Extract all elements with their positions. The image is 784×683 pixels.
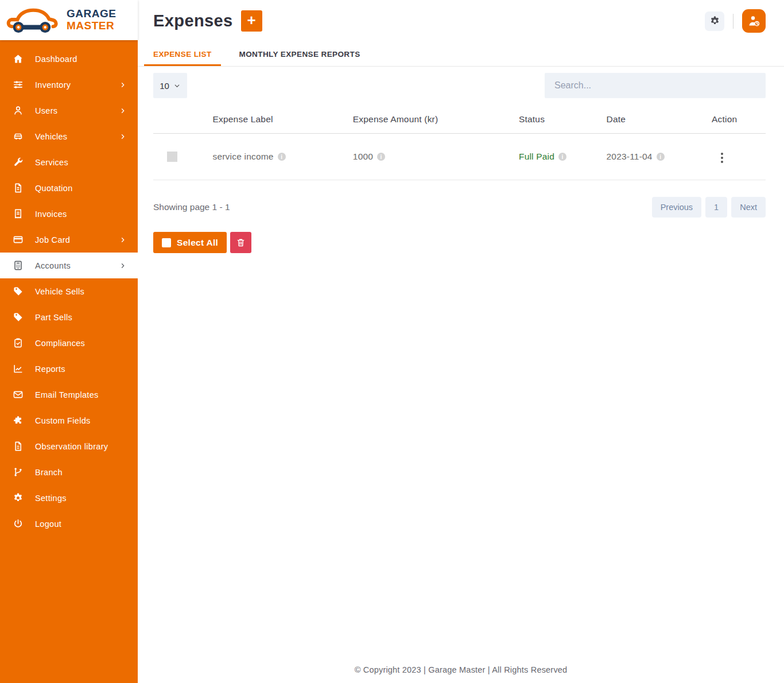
column-header-status: Status — [519, 106, 607, 134]
page-summary: Showing page 1 - 1 — [153, 202, 230, 212]
sidebar-item-label: Services — [35, 158, 68, 167]
sidebar-item-inventory[interactable]: Inventory — [0, 72, 138, 98]
column-header-select — [153, 106, 212, 134]
page-number-button[interactable]: 1 — [705, 197, 727, 218]
table-row: service income 1000 Full Paid 2023-11-04 — [153, 134, 766, 180]
sidebar-item-label: Dashboard — [35, 55, 77, 64]
car-wrench-logo-icon — [5, 4, 62, 36]
tab-expense-list[interactable]: EXPENSE LIST — [144, 50, 221, 66]
column-header-expense-amount: Expense Amount (kr) — [353, 106, 519, 134]
status-badge: Full Paid — [519, 152, 554, 162]
credit-card-icon — [13, 234, 24, 245]
plus-icon: + — [247, 13, 256, 28]
sidebar-item-accounts[interactable]: Accounts — [0, 253, 138, 278]
add-expense-button[interactable]: + — [241, 10, 262, 32]
gear-icon — [709, 15, 720, 26]
per-page-select[interactable]: 10 — [153, 73, 187, 98]
sidebar-item-label: Branch — [35, 468, 63, 477]
table-footer: Showing page 1 - 1 Previous 1 Next — [153, 197, 766, 218]
kebab-icon — [721, 153, 723, 155]
expenses-table: Expense Label Expense Amount (kr) Status… — [153, 106, 766, 180]
expense-label-value: service income — [212, 152, 273, 162]
sidebar-item-part-sells[interactable]: Part Sells — [0, 304, 138, 330]
select-all-button[interactable]: Select All — [153, 232, 227, 253]
sidebar-item-label: Inventory — [35, 80, 71, 90]
tag-icon — [13, 286, 24, 297]
chevron-right-icon — [119, 82, 126, 88]
tag-icon — [13, 312, 24, 323]
sidebar-item-invoices[interactable]: Invoices — [0, 201, 138, 227]
sidebar-item-custom-fields[interactable]: Custom Fields — [0, 408, 138, 433]
sidebar-item-vehicles[interactable]: Vehicles — [0, 123, 138, 149]
info-icon[interactable] — [278, 153, 286, 161]
brand-name: GARAGE MASTER — [67, 8, 116, 32]
row-checkbox[interactable] — [167, 152, 177, 162]
sidebar-item-label: Observation library — [35, 442, 108, 451]
sidebar-item-label: Part Sells — [35, 313, 72, 322]
sidebar-item-label: Quotation — [35, 184, 73, 193]
sidebar-item-job-card[interactable]: Job Card — [0, 227, 138, 253]
sidebar: GARAGE MASTER Dashboard Inventory Users … — [0, 0, 138, 683]
sidebar-nav: Dashboard Inventory Users Vehicles Servi… — [0, 40, 138, 537]
vertical-divider — [733, 14, 733, 29]
home-icon — [13, 53, 24, 64]
sidebar-item-label: Vehicle Sells — [35, 287, 84, 296]
sidebar-item-branch[interactable]: Branch — [0, 459, 138, 485]
sidebar-item-logout[interactable]: Logout — [0, 511, 138, 537]
bulk-actions: Select All — [153, 232, 766, 253]
app-logo[interactable]: GARAGE MASTER — [0, 0, 138, 40]
sliders-icon — [13, 79, 24, 90]
row-actions-menu-button[interactable] — [716, 149, 728, 166]
brand-garage: GARAGE — [67, 8, 116, 20]
info-icon[interactable] — [377, 153, 385, 161]
sidebar-item-label: Reports — [35, 364, 65, 374]
column-header-date: Date — [607, 106, 712, 134]
info-icon[interactable] — [657, 153, 665, 161]
sidebar-item-users[interactable]: Users — [0, 98, 138, 123]
chevron-down-icon — [173, 82, 181, 90]
main-area: Expenses + EXPENSE LIST MONTHLY EXPENSE … — [138, 0, 784, 683]
chevron-right-icon — [119, 262, 126, 269]
sidebar-item-compliances[interactable]: Compliances — [0, 330, 138, 356]
sidebar-item-label: Accounts — [35, 261, 71, 270]
chart-line-icon — [13, 363, 24, 374]
info-icon[interactable] — [558, 153, 566, 161]
car-icon — [13, 131, 24, 142]
select-all-checkbox — [162, 238, 171, 247]
file-icon — [13, 441, 24, 452]
content: 10 Expense Label Expense Amount (kr) Sta… — [138, 67, 784, 656]
sidebar-item-label: Logout — [35, 519, 61, 529]
sidebar-item-reports[interactable]: Reports — [0, 356, 138, 382]
sidebar-item-email-templates[interactable]: Email Templates — [0, 382, 138, 408]
topbar: Expenses + — [138, 0, 784, 33]
page-title: Expenses — [153, 11, 233, 30]
chevron-right-icon — [119, 133, 126, 140]
calculator-icon — [13, 260, 24, 271]
topbar-actions — [705, 9, 766, 33]
sidebar-item-label: Invoices — [35, 209, 67, 219]
table-header-row: Expense Label Expense Amount (kr) Status… — [153, 106, 766, 134]
sidebar-item-services[interactable]: Services — [0, 149, 138, 175]
tab-bar: EXPENSE LIST MONTHLY EXPENSE REPORTS — [138, 33, 784, 67]
delete-selected-button[interactable] — [230, 232, 251, 253]
search-input[interactable] — [545, 73, 766, 98]
tab-monthly-expense-reports[interactable]: MONTHLY EXPENSE REPORTS — [230, 50, 370, 66]
sidebar-item-observation-library[interactable]: Observation library — [0, 433, 138, 459]
sidebar-item-quotation[interactable]: Quotation — [0, 175, 138, 201]
select-all-label: Select All — [177, 238, 218, 248]
sidebar-item-label: Job Card — [35, 235, 70, 245]
sidebar-item-label: Settings — [35, 494, 67, 503]
settings-button[interactable] — [705, 11, 724, 31]
column-header-expense-label: Expense Label — [212, 106, 352, 134]
file-invoice-icon — [13, 183, 24, 193]
sidebar-item-settings[interactable]: Settings — [0, 485, 138, 511]
code-branch-icon — [13, 467, 24, 478]
previous-page-button[interactable]: Previous — [652, 197, 701, 218]
sidebar-item-dashboard[interactable]: Dashboard — [0, 46, 138, 72]
sidebar-item-vehicle-sells[interactable]: Vehicle Sells — [0, 278, 138, 304]
envelope-icon — [13, 389, 24, 400]
column-header-action: Action — [712, 106, 766, 134]
user-clock-button[interactable] — [742, 9, 766, 33]
next-page-button[interactable]: Next — [731, 197, 766, 218]
chevron-right-icon — [119, 107, 126, 114]
